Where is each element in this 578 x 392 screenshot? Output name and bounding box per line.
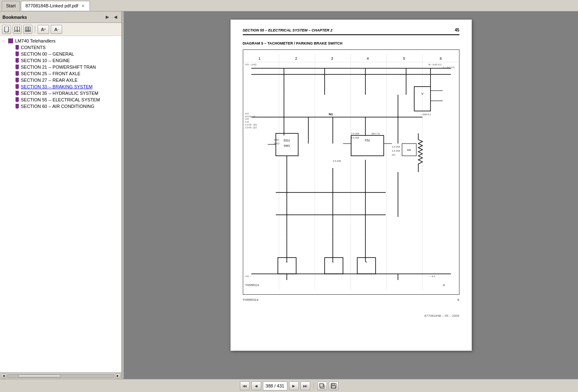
tree-item-0[interactable]: CONTENTS (0, 44, 121, 51)
bookmark-toolbar: A+ A- (0, 23, 121, 36)
panel-expand-button[interactable]: ► (104, 13, 111, 20)
svg-text:5: 5 (403, 56, 405, 60)
tree-label-1: SECTION 00 -- GENERAL (21, 52, 74, 56)
svg-text:S: S (286, 261, 287, 263)
svg-text:1.5 N←[21: 1.5 N←[21 (245, 126, 257, 129)
wiring-diagram-svg: 1 2 3 4 5 6 4.5 ←[=21 N→[=21 0.1 C→[=1,0… (243, 50, 459, 294)
bookmark-icon-3 (16, 65, 19, 69)
tree-item-5[interactable]: SECTION 27 -- REAR AXLE (0, 77, 121, 83)
page-input[interactable] (263, 381, 287, 390)
horizontal-scrollbar[interactable]: ◄ ► (0, 372, 121, 379)
svg-text:1.0 N←[21: 1.0 N←[21 (245, 123, 257, 126)
footer-page: 6 (457, 298, 459, 302)
save-button[interactable] (329, 381, 338, 390)
tree-label-3: SECTION 21 -- POWERSHIFT TRAN (21, 65, 96, 69)
tree-item-8[interactable]: SECTION 55 -- ELECTRICAL SYSTEM (0, 96, 121, 103)
svg-text:S311: S311 (283, 139, 290, 142)
svg-text:rF1: rF1 (392, 154, 396, 156)
pdf-page: SECTION 55 – ELECTRICAL SYSTEM – CHAPTER… (231, 20, 472, 351)
copy-button[interactable] (317, 381, 327, 390)
svg-text:6: 6 (443, 283, 445, 287)
prev-page-button[interactable]: ◄ (251, 381, 261, 390)
tree-item-2[interactable]: SECTION 10 -- ENGINE (0, 57, 121, 64)
tree-item-9[interactable]: SECTION 60 -- AIR CONDITIONING (0, 103, 121, 110)
page-header: SECTION 55 – ELECTRICAL SYSTEM – CHAPTER… (243, 28, 459, 35)
tree-root-label: LM740 Telehandlers (15, 38, 56, 43)
svg-text:SW1: SW1 (284, 144, 290, 147)
scroll-thumb[interactable] (18, 374, 61, 378)
svg-text:6: 6 (439, 56, 441, 60)
main-area: Bookmarks ► ◄ (0, 11, 578, 379)
svg-marker-1 (15, 27, 17, 31)
font-increase-button[interactable]: A+ (38, 25, 49, 34)
tree-label-5: SECTION 27 -- REAR AXLE (21, 78, 78, 83)
tree-label-4: SECTION 25 -- FRONT AXLE (21, 71, 81, 76)
svg-text:4: 4 (367, 56, 369, 60)
svg-marker-0 (4, 27, 9, 32)
tree-item-1[interactable]: SECTION 00 -- GENERAL (0, 51, 121, 57)
bookmark-icon-8 (16, 97, 19, 102)
bookmark-icon-6 (16, 84, 19, 89)
next-page-button[interactable]: ► (289, 381, 299, 390)
last-page-button[interactable]: ⏭ (300, 381, 310, 390)
bookmark-icon-4 (16, 71, 19, 76)
tree-toggle-root[interactable]: − (2, 39, 8, 43)
svg-text:2.5 204: 2.5 204 (351, 137, 360, 139)
bookmark-icon-7 (16, 91, 19, 96)
bottom-toolbar: ⏮ ◄ ► ⏭ (0, 379, 578, 392)
panel-controls: ► ◄ (104, 13, 119, 20)
svg-text:2: 2 (295, 56, 297, 60)
svg-text:F52: F52 (365, 139, 370, 142)
svg-text:KM: KM (407, 149, 410, 151)
svg-marker-5 (29, 27, 30, 31)
font-decrease-button[interactable]: A- (51, 25, 62, 34)
svg-text:S: S (332, 261, 334, 263)
svg-text:1.0: 1.0 (245, 121, 249, 123)
svg-text:V: V (421, 92, 423, 95)
tree-item-6[interactable]: SECTION 33 -- BRAKING SYSTEM (0, 83, 121, 90)
svg-text:0.5 N←[1: 0.5 N←[1 (245, 115, 255, 118)
tree-item-3[interactable]: SECTION 21 -- POWERSHIFT TRAN (0, 64, 121, 70)
tree-root[interactable]: − LM740 Telehandlers (0, 38, 121, 44)
tab-pdf[interactable]: 87708184B-Linked pdf.pdf ✕ (21, 1, 90, 11)
bookmark-btn-3[interactable] (23, 25, 32, 34)
tree-label-8: SECTION 55 -- ELECTRICAL SYSTEM (21, 97, 100, 102)
diagram-container: 1 2 3 4 5 6 4.5 ←[=21 N→[=21 0.1 C→[=1,0… (243, 49, 459, 295)
svg-text:1.0 203: 1.0 203 (392, 150, 400, 152)
panel-title: Bookmarks (2, 15, 27, 20)
diagram-title: DIAGRAM 5 – TACHOMETER / PARKING BRAKE S… (243, 41, 459, 45)
svg-text:SW1: SW1 (273, 139, 279, 141)
tree-label-9: SECTION 60 -- AIR CONDITIONING (21, 104, 94, 109)
left-panel: Bookmarks ► ◄ (0, 11, 122, 379)
bookmark-btn-1[interactable] (2, 25, 11, 34)
bookmark-btn-2[interactable] (13, 25, 22, 34)
tree-item-7[interactable]: SECTION 35 -- HYDRAULIC SYSTEM (0, 90, 121, 96)
first-page-button[interactable]: ⏮ (240, 381, 250, 390)
bottom-reference: 87708184B – 05 – 2009 (243, 314, 459, 318)
scroll-track[interactable] (7, 374, 114, 378)
svg-marker-2 (17, 27, 20, 31)
scroll-left-arrow[interactable]: ◄ (1, 374, 7, 379)
tab-close-icon[interactable]: ✕ (81, 4, 85, 8)
tree-area: − LM740 Telehandlers CONTENTS SECTION 00… (0, 36, 121, 372)
tab-start[interactable]: Start (2, 1, 20, 11)
svg-text:0.5: 0.5 (245, 112, 249, 115)
svg-text:2.5 205: 2.5 205 (333, 160, 341, 162)
tab-start-label: Start (6, 3, 16, 8)
page-footer: TH55R314 6 (243, 298, 459, 302)
bookmark-icon-1 (16, 52, 19, 56)
scroll-right-arrow[interactable]: ► (115, 374, 121, 379)
toolbar-separator (35, 26, 35, 33)
svg-text:1: 1 (258, 56, 260, 60)
footer-ref: TH55R314 (243, 298, 259, 302)
panel-collapse-button[interactable]: ◄ (112, 13, 119, 20)
svg-text:←500 6.1: ←500 6.1 (420, 113, 431, 116)
tree-label-7: SECTION 35 -- HYDRAULIC SYSTEM (21, 91, 98, 96)
tree-item-4[interactable]: SECTION 25 -- FRONT AXLE (0, 70, 121, 77)
svg-rect-95 (332, 383, 334, 385)
bookmark-icon-2 (16, 58, 19, 63)
tree-label-2: SECTION 10 -- ENGINE (21, 58, 70, 63)
toolbar-separator (314, 382, 314, 390)
tab-bar: Start 87708184B-Linked pdf.pdf ✕ (0, 0, 578, 11)
svg-text:N→[=21 0.1: N→[=21 0.1 (428, 63, 442, 66)
